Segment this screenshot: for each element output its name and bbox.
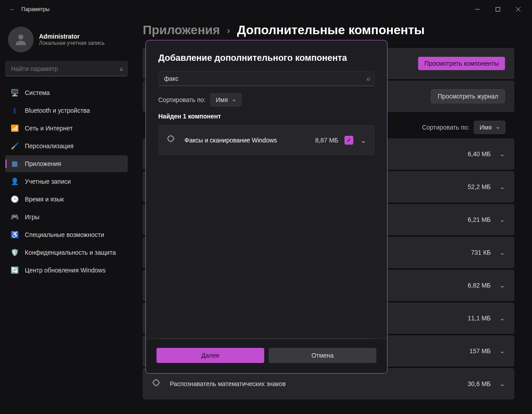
puzzle-icon	[152, 379, 162, 389]
chevron-down-icon[interactable]: ⌄	[500, 150, 505, 158]
sidebar-item-personalization[interactable]: 🖌️Персонализация	[5, 138, 128, 154]
sidebar-item-label: Игры	[25, 213, 39, 221]
sidebar-item-label: Центр обновления Windows	[25, 267, 106, 274]
shield-icon: 🛡️	[11, 248, 19, 256]
feature-size: 8,87 МБ	[315, 137, 338, 144]
feature-size: 11,1 МБ	[468, 315, 491, 322]
clock-icon: 🕒	[11, 195, 19, 203]
user-name: Administrator	[39, 33, 105, 40]
bluetooth-icon: ᛒ	[11, 106, 19, 114]
sidebar-item-label: Персонализация	[25, 142, 74, 150]
feature-size: 6,21 МБ	[468, 216, 491, 223]
sidebar-search: ⌕	[5, 61, 128, 76]
view-components-button[interactable]: Просмотреть компоненты	[418, 57, 505, 70]
avatar	[8, 27, 34, 52]
close-button[interactable]	[508, 2, 528, 16]
update-icon: 🔄	[11, 266, 19, 274]
sort-dropdown[interactable]: Имя	[474, 121, 505, 134]
window-title: Параметры	[21, 6, 50, 12]
nav: 🖥️Система ᛒBluetooth и устройства 📶Сеть …	[5, 84, 128, 279]
feature-name: Факсы и сканирование Windows	[184, 137, 277, 144]
chevron-down-icon[interactable]: ⌄	[500, 249, 505, 256]
feature-name: Распознаватель математических знаков	[170, 380, 286, 387]
search-icon: ⌕	[120, 65, 123, 72]
feature-size: 30,6 МБ	[468, 380, 491, 387]
accessibility-icon: ♿	[11, 231, 19, 239]
gamepad-icon: 🎮	[11, 213, 19, 221]
user-subtitle: Локальная учетная запись	[39, 40, 105, 46]
sidebar-item-system[interactable]: 🖥️Система	[5, 84, 128, 101]
sidebar: Administrator Локальная учетная запись ⌕…	[0, 19, 133, 414]
search-icon: ⌕	[367, 75, 370, 82]
sidebar-item-label: Конфиденциальность и защита	[25, 249, 116, 256]
modal-sort-row: Сортировать по: Имя	[158, 93, 375, 106]
breadcrumb-current: Дополнительные компоненты	[237, 23, 425, 37]
view-log-button[interactable]: Просмотреть журнал	[431, 89, 505, 103]
cancel-button[interactable]: Отмена	[269, 348, 376, 363]
modal-search: ⌕	[158, 71, 375, 86]
sidebar-item-label: Учетные записи	[25, 178, 71, 185]
sidebar-item-label: Bluetooth и устройства	[25, 107, 90, 114]
feature-checkbox[interactable]: ✓	[344, 136, 353, 145]
svg-rect-1	[496, 8, 500, 12]
search-input[interactable]	[5, 61, 128, 76]
chevron-down-icon[interactable]: ⌄	[500, 315, 505, 322]
chevron-down-icon[interactable]: ⌄	[500, 380, 505, 387]
titlebar: ← Параметры	[0, 0, 532, 19]
modal-footer: Далее Отмена	[146, 339, 387, 373]
feature-size: 6,82 МБ	[468, 282, 491, 289]
person-icon: 👤	[11, 177, 19, 185]
found-label: Найден 1 компонент	[158, 113, 375, 120]
chevron-down-icon[interactable]: ⌄	[500, 347, 505, 355]
chevron-right-icon: ›	[227, 25, 230, 35]
apps-icon: ▦	[11, 160, 19, 168]
modal-sort-label: Сортировать по:	[158, 96, 206, 103]
chevron-down-icon[interactable]: ⌄	[500, 183, 505, 190]
breadcrumb: Приложения › Дополнительные компоненты	[143, 23, 514, 37]
back-button[interactable]: ←	[4, 6, 21, 13]
next-button[interactable]: Далее	[156, 348, 264, 363]
sidebar-item-accessibility[interactable]: ♿Специальные возможности	[5, 226, 128, 243]
modal-search-input[interactable]	[158, 71, 375, 86]
feature-size: 52,2 МБ	[468, 183, 491, 190]
add-feature-modal: Добавление дополнительного компонента ⌕ …	[145, 40, 387, 374]
puzzle-icon	[167, 135, 176, 146]
chevron-down-icon[interactable]: ⌄	[360, 136, 366, 145]
sidebar-item-network[interactable]: 📶Сеть и Интернет	[5, 120, 128, 137]
sidebar-item-apps[interactable]: ▦Приложения	[5, 155, 128, 172]
feature-size: 731 КБ	[471, 249, 491, 256]
wifi-icon: 📶	[11, 124, 19, 132]
sidebar-item-label: Система	[25, 89, 50, 96]
sidebar-item-windows-update[interactable]: 🔄Центр обновления Windows	[5, 262, 128, 279]
feature-size: 157 МБ	[469, 347, 491, 355]
brush-icon: 🖌️	[11, 142, 19, 150]
chevron-down-icon[interactable]: ⌄	[500, 216, 505, 223]
sidebar-item-privacy[interactable]: 🛡️Конфиденциальность и защита	[5, 244, 128, 261]
user-block[interactable]: Administrator Локальная учетная запись	[5, 19, 128, 61]
feature-item[interactable]: Факсы и сканирование Windows 8,87 МБ ✓ ⌄	[158, 125, 375, 155]
sidebar-item-bluetooth[interactable]: ᛒBluetooth и устройства	[5, 102, 128, 119]
breadcrumb-parent[interactable]: Приложения	[143, 23, 220, 37]
chevron-down-icon[interactable]: ⌄	[500, 282, 505, 289]
sidebar-item-gaming[interactable]: 🎮Игры	[5, 209, 128, 225]
sidebar-item-label: Время и язык	[25, 196, 64, 203]
sidebar-item-accounts[interactable]: 👤Учетные записи	[5, 173, 128, 190]
sidebar-item-label: Сеть и Интернет	[25, 125, 73, 132]
sidebar-item-label: Приложения	[25, 160, 61, 167]
sidebar-item-label: Специальные возможности	[25, 231, 104, 238]
svg-point-4	[18, 35, 23, 39]
display-icon: 🖥️	[11, 89, 19, 97]
maximize-button[interactable]	[488, 2, 508, 16]
modal-sort-dropdown[interactable]: Имя	[210, 93, 242, 106]
modal-title: Добавление дополнительного компонента	[158, 53, 375, 63]
sort-label: Сортировать по:	[422, 124, 469, 131]
minimize-button[interactable]	[467, 2, 488, 16]
sidebar-item-time-language[interactable]: 🕒Время и язык	[5, 191, 128, 208]
feature-size: 6,40 МБ	[468, 150, 491, 158]
